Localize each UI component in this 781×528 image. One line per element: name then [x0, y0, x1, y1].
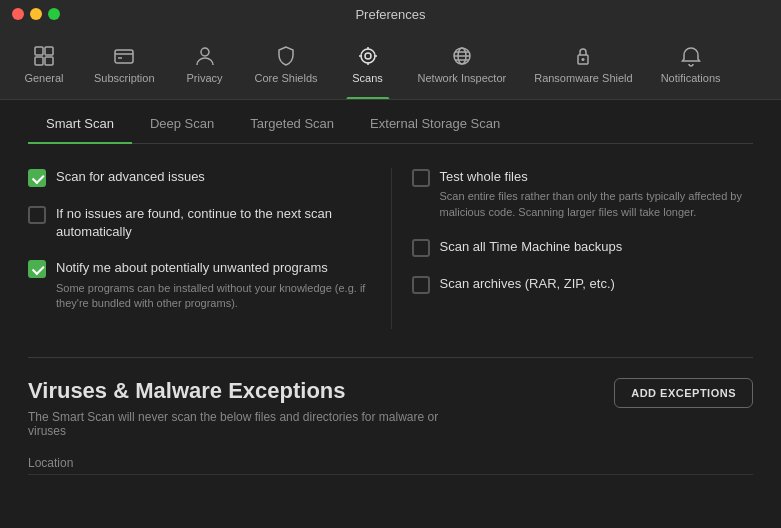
svg-rect-3 — [45, 57, 53, 65]
nav-general-label: General — [24, 72, 63, 84]
sublabel-test-whole-files: Scan entire files rather than only the p… — [440, 189, 754, 220]
scan-icon — [356, 44, 380, 68]
option-continue-next: If no issues are found, continue to the … — [28, 205, 371, 241]
exceptions-section: Viruses & Malware Exceptions The Smart S… — [28, 357, 753, 475]
svg-rect-0 — [35, 47, 43, 55]
ransomware-icon — [571, 44, 595, 68]
nav-scans[interactable]: Scans — [332, 28, 404, 99]
exceptions-description: The Smart Scan will never scan the below… — [28, 410, 448, 438]
option-scan-time-machine: Scan all Time Machine backups — [412, 238, 754, 257]
window-title: Preferences — [355, 7, 425, 22]
nav-ransomware-shield-label: Ransomware Shield — [534, 72, 632, 84]
nav-notifications-label: Notifications — [661, 72, 721, 84]
option-test-whole-files: Test whole files Scan entire files rathe… — [412, 168, 754, 220]
nav-network-inspector-label: Network Inspector — [418, 72, 507, 84]
checkbox-scan-time-machine[interactable] — [412, 239, 430, 257]
minimize-button[interactable] — [30, 8, 42, 20]
nav-ransomware-shield[interactable]: Ransomware Shield — [520, 28, 646, 99]
label-test-whole-files: Test whole files — [440, 168, 754, 186]
tab-smart-scan[interactable]: Smart Scan — [28, 104, 132, 143]
person-icon — [193, 44, 217, 68]
nav-notifications[interactable]: Notifications — [647, 28, 735, 99]
bell-icon — [679, 44, 703, 68]
nav-scans-label: Scans — [352, 72, 383, 84]
close-button[interactable] — [12, 8, 24, 20]
option-notify-unwanted: Notify me about potentially unwanted pro… — [28, 259, 371, 311]
label-notify-unwanted: Notify me about potentially unwanted pro… — [56, 259, 371, 277]
subtabs-bar: Smart Scan Deep Scan Targeted Scan Exter… — [28, 100, 753, 144]
svg-rect-1 — [45, 47, 53, 55]
svg-point-20 — [582, 58, 585, 61]
checkbox-test-whole-files[interactable] — [412, 169, 430, 187]
traffic-lights — [12, 8, 60, 20]
card-icon — [112, 44, 136, 68]
navbar: General Subscription Privacy Cor — [0, 28, 781, 100]
exceptions-header: Viruses & Malware Exceptions The Smart S… — [28, 378, 753, 438]
tab-targeted-scan[interactable]: Targeted Scan — [232, 104, 352, 143]
titlebar: Preferences — [0, 0, 781, 28]
exceptions-title: Viruses & Malware Exceptions — [28, 378, 448, 404]
nav-subscription-label: Subscription — [94, 72, 155, 84]
tab-external-storage-scan[interactable]: External Storage Scan — [352, 104, 518, 143]
option-scan-advanced: Scan for advanced issues — [28, 168, 371, 187]
tab-deep-scan[interactable]: Deep Scan — [132, 104, 232, 143]
checkbox-scan-archives[interactable] — [412, 276, 430, 294]
location-table: Location — [28, 452, 753, 475]
option-scan-archives: Scan archives (RAR, ZIP, etc.) — [412, 275, 754, 294]
checkbox-continue-next[interactable] — [28, 206, 46, 224]
options-grid: Scan for advanced issues If no issues ar… — [28, 168, 753, 329]
checkbox-notify-unwanted[interactable] — [28, 260, 46, 278]
nav-network-inspector[interactable]: Network Inspector — [404, 28, 521, 99]
svg-rect-2 — [35, 57, 43, 65]
svg-point-7 — [201, 48, 209, 56]
shield-icon — [274, 44, 298, 68]
label-continue-next: If no issues are found, continue to the … — [56, 205, 371, 241]
nav-privacy-label: Privacy — [187, 72, 223, 84]
svg-point-8 — [361, 49, 375, 63]
svg-rect-4 — [115, 50, 133, 63]
sublabel-notify-unwanted: Some programs can be installed without y… — [56, 281, 371, 312]
grid-icon — [32, 44, 56, 68]
label-scan-time-machine: Scan all Time Machine backups — [440, 238, 754, 256]
right-options-col: Test whole files Scan entire files rathe… — [391, 168, 754, 329]
add-exceptions-button[interactable]: ADD EXCEPTIONS — [614, 378, 753, 408]
checkbox-scan-advanced[interactable] — [28, 169, 46, 187]
nav-core-shields[interactable]: Core Shields — [241, 28, 332, 99]
network-icon — [450, 44, 474, 68]
left-options-col: Scan for advanced issues If no issues ar… — [28, 168, 391, 329]
svg-point-9 — [365, 53, 371, 59]
location-column-header: Location — [28, 452, 753, 475]
nav-core-shields-label: Core Shields — [255, 72, 318, 84]
nav-privacy[interactable]: Privacy — [169, 28, 241, 99]
main-content: Smart Scan Deep Scan Targeted Scan Exter… — [0, 100, 781, 528]
label-scan-advanced: Scan for advanced issues — [56, 168, 371, 186]
label-scan-archives: Scan archives (RAR, ZIP, etc.) — [440, 275, 754, 293]
nav-subscription[interactable]: Subscription — [80, 28, 169, 99]
maximize-button[interactable] — [48, 8, 60, 20]
nav-general[interactable]: General — [8, 28, 80, 99]
